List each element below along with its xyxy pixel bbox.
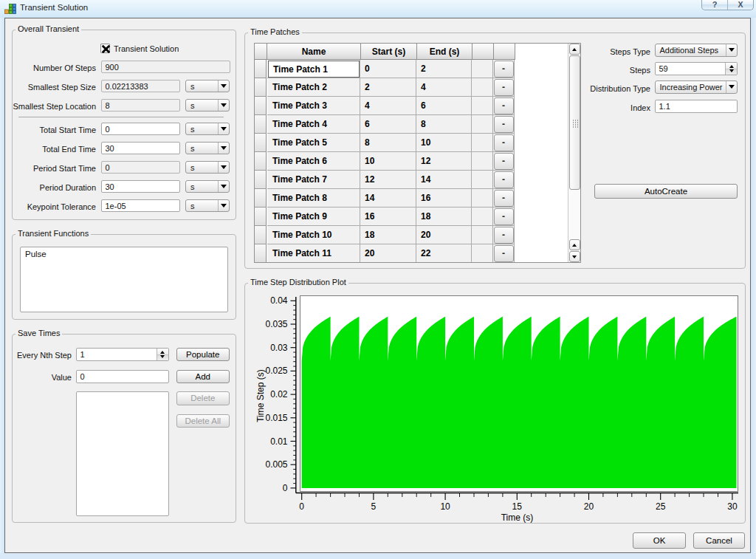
svg-text:20: 20: [584, 501, 594, 512]
svg-text:0.01: 0.01: [270, 436, 288, 447]
svg-text:0: 0: [299, 501, 304, 512]
svg-text:0.02: 0.02: [270, 389, 288, 399]
svg-text:0.015: 0.015: [265, 413, 287, 423]
svg-text:0.04: 0.04: [270, 295, 288, 306]
svg-text:Time Step (s): Time Step (s): [255, 369, 266, 422]
svg-text:Time (s): Time (s): [501, 512, 534, 523]
svg-text:25: 25: [656, 501, 666, 512]
svg-text:30: 30: [727, 501, 738, 512]
svg-text:5: 5: [371, 501, 377, 512]
svg-text:15: 15: [512, 501, 523, 512]
svg-text:0: 0: [283, 483, 288, 493]
svg-text:0.005: 0.005: [265, 459, 287, 470]
svg-text:0.035: 0.035: [265, 319, 287, 329]
svg-text:10: 10: [440, 501, 450, 512]
svg-text:0.03: 0.03: [270, 343, 288, 353]
svg-text:0.025: 0.025: [265, 366, 287, 376]
